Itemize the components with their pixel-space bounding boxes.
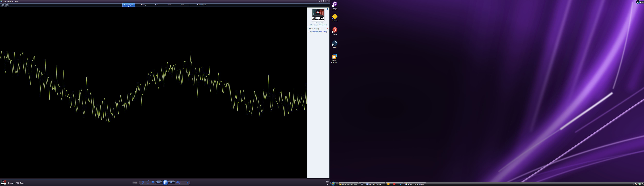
svg-text:IE: IE xyxy=(334,15,336,16)
svg-text:RAM: 13%: RAM: 13% xyxy=(640,1,644,3)
svg-text:006: 006 xyxy=(313,17,316,19)
svg-text:TESTER: TESTER xyxy=(333,17,336,17)
svg-text:EMBRACE: EMBRACE xyxy=(313,19,319,20)
svg-text:EMBRACE: EMBRACE xyxy=(1,184,4,185)
svg-text:006: 006 xyxy=(1,183,2,184)
